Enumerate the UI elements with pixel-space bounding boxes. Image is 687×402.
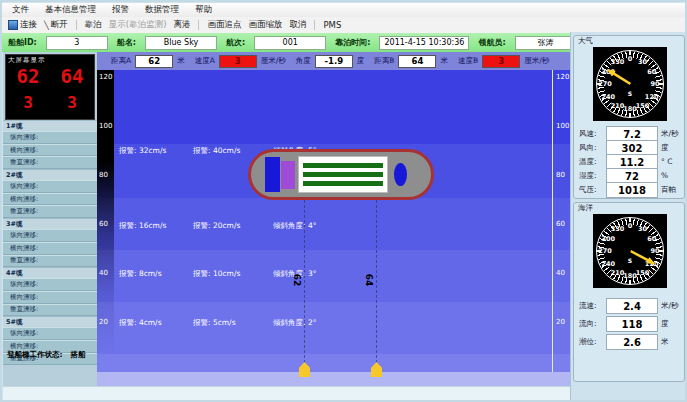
pms-button[interactable]: PMS	[323, 20, 341, 30]
ship-id-label: 船舶ID:	[8, 37, 37, 48]
gauge-number: 240	[602, 93, 616, 101]
ruler-label: 40	[99, 269, 108, 277]
gauge-number: 300	[602, 235, 616, 243]
menu-basic-info[interactable]: 基本信息管理	[45, 4, 96, 16]
mooring-line-a-label: 62	[292, 274, 302, 287]
left-distance-ruler: 120 100 80 60 40 20	[97, 70, 114, 372]
distance-b-label: 距离B	[374, 56, 394, 66]
gauge-number: 60	[647, 235, 656, 243]
menu-data-mgmt[interactable]: 数据管理	[145, 4, 179, 16]
drift-item: 纵向漂移:	[3, 327, 97, 340]
voyage-label: 航次:	[226, 37, 245, 48]
current-direction-value[interactable]: 118	[606, 316, 658, 332]
status-bar	[3, 386, 570, 402]
ship-name-field[interactable]: Blue Sky	[145, 36, 217, 50]
mooring-line-a	[304, 200, 305, 363]
cargo-stripe	[303, 163, 383, 168]
pressure-value[interactable]: 1018	[606, 182, 658, 198]
cargo-stripe	[303, 172, 383, 177]
ship-id-field[interactable]: 3	[46, 36, 108, 50]
alarm-threshold-row-4deg: 报警: 16cm/s报警: 20cm/s倾斜角度: 4°	[119, 221, 316, 231]
gauge-number: 240	[602, 260, 616, 268]
ship-graphic[interactable]	[248, 149, 434, 200]
ruler-label: 120	[556, 73, 569, 81]
wind-direction-gauge: 0 30 60 90 120 150 180 210 240 270 300 3…	[593, 47, 667, 121]
cable-group-3: 3#缆 纵向漂移: 横向漂移: 垂直漂移:	[3, 218, 97, 267]
drift-item: 纵向漂移:	[3, 180, 97, 193]
gauge-number: 330	[611, 58, 625, 66]
gangway-status-value: 搭船	[71, 350, 86, 360]
drift-item: 横向漂移:	[3, 193, 97, 206]
wind-direction-row: 风向:302度	[574, 140, 684, 155]
angle-label: 角度	[296, 56, 311, 66]
connect-button[interactable]: 连接	[8, 19, 37, 31]
ocean-title: 海洋	[578, 203, 593, 213]
wind-speed-row: 风速:7.2米/秒	[574, 126, 684, 141]
distance-b-value[interactable]: 64	[398, 55, 436, 68]
cable-group-header: 4#缆	[3, 267, 97, 278]
ship-bow-tank	[394, 163, 407, 186]
right-distance-ruler: 120 100 80 60 40 20	[552, 70, 570, 372]
cable-group-4: 4#缆 纵向漂移: 横向漂移: 垂直漂移:	[3, 267, 97, 316]
mooring-line-b-label: 64	[364, 274, 374, 287]
disconnect-icon: ╲	[44, 21, 49, 30]
drift-item: 垂直漂移:	[3, 205, 97, 218]
voyage-field[interactable]: 001	[254, 36, 326, 50]
distance-band	[97, 70, 570, 144]
screen-zoom-button[interactable]: 画面缩放	[248, 19, 282, 31]
cable-group-header: 5#缆	[3, 316, 97, 327]
screen-track-point-button[interactable]: 画面追点	[207, 19, 241, 31]
angle-value[interactable]: -1.9	[315, 55, 353, 68]
menu-bar: 文件 基本信息管理 报警 数据管理 帮助	[2, 3, 687, 17]
distance-a-value[interactable]: 62	[135, 55, 173, 68]
cancel-button[interactable]: 取消	[289, 19, 306, 31]
toolbar-separator	[76, 20, 77, 30]
gauge-number: 30	[638, 225, 647, 233]
tide-level-value[interactable]: 2.6	[606, 334, 658, 350]
cable-group-1: 1#缆 纵向漂移: 横向漂移: 垂直漂移:	[3, 120, 97, 169]
gauge-number: 180	[623, 105, 637, 113]
gauge-number: 210	[611, 269, 625, 277]
left-sidebar: 大屏幕显示 62 64 3 3 1#缆 纵向漂移: 横向漂移: 垂直漂移: 2#…	[3, 52, 97, 386]
current-speed-row: 流速:2.4米/秒	[574, 298, 684, 313]
menu-file[interactable]: 文件	[12, 4, 29, 16]
speed-b-value[interactable]: 3	[482, 55, 520, 68]
drift-item: 横向漂移:	[3, 242, 97, 255]
berth-button[interactable]: 靠泊	[85, 19, 102, 31]
ship-name-label: 船名:	[117, 37, 136, 48]
gauge-number: 90	[650, 247, 659, 255]
measure-bar: 距离A 62 米 速度A 3 厘米/秒 角度 -1.9 度 距离B 64 米 速…	[97, 52, 570, 70]
berthing-chart: 120 100 80 60 40 20 120 100 80 60 40 20 …	[97, 70, 570, 387]
current-speed-value[interactable]: 2.4	[606, 298, 658, 314]
cargo-stripe	[303, 181, 383, 186]
depart-button[interactable]: 离港	[173, 19, 190, 31]
menu-alarm[interactable]: 报警	[112, 4, 129, 16]
gauge-number: 180	[623, 272, 637, 280]
gangway-status-label: 登船梯工作状态:	[7, 350, 63, 360]
pilot-field[interactable]: 张涛	[515, 36, 577, 50]
distance-band	[97, 354, 570, 372]
gauge-number: 270	[598, 247, 612, 255]
speed-a-value[interactable]: 3	[219, 55, 257, 68]
ruler-label: 20	[556, 318, 565, 326]
gauge-south-label: S	[628, 90, 632, 97]
ocean-groupbox: 海洋 0 30 60 90 120 150 180 210 240 270 30…	[573, 202, 685, 382]
drift-item: 纵向漂移:	[3, 229, 97, 242]
disconnect-button[interactable]: ╲断开	[44, 19, 68, 31]
ship-deckhouse-block	[281, 161, 295, 189]
gauge-number: 330	[611, 225, 625, 233]
connect-icon	[8, 20, 18, 30]
distance-band	[97, 302, 570, 354]
speed-a-label: 速度A	[195, 56, 215, 66]
ruler-label: 40	[556, 269, 565, 277]
display-speed-b: 3	[67, 93, 77, 112]
speed-a-unit: 厘米/秒	[261, 56, 286, 66]
show-berth-monitor-button[interactable]: 显示(靠泊监测)	[109, 19, 167, 31]
ruler-label: 60	[99, 220, 108, 228]
ruler-label: 120	[99, 73, 112, 81]
quay-strip	[97, 372, 570, 387]
berth-time-field[interactable]: 2011-4-15 10:30:36	[379, 36, 469, 50]
menu-help[interactable]: 帮助	[195, 4, 212, 16]
gauge-south-label: S	[628, 257, 632, 264]
berth-time-label: 靠泊时间:	[335, 37, 370, 48]
